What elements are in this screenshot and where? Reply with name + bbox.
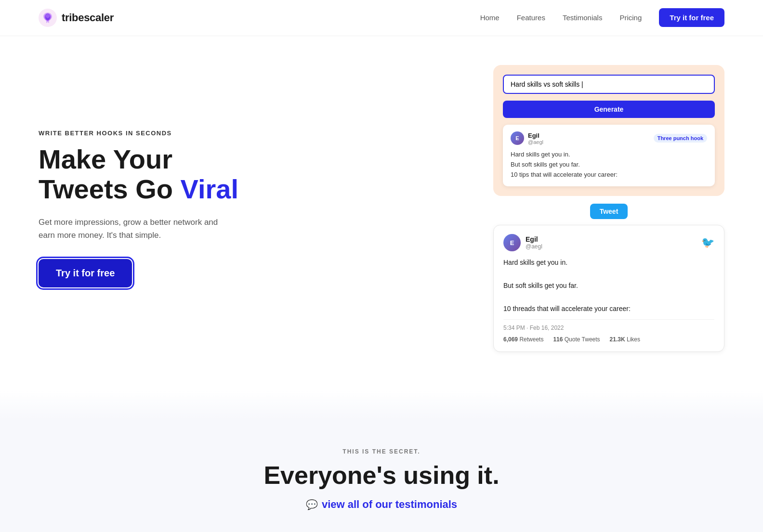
demo-card: E Egil @aegl Three punch hook Hard skill… (503, 125, 715, 186)
demo-line-2: But soft skills get you far. (511, 160, 707, 170)
hero-section: WRITE BETTER HOOKS IN SECONDS Make YourT… (0, 36, 763, 390)
tweet-body: Hard skills get you in. But soft skills … (503, 257, 714, 314)
hero-title-highlight: Viral (181, 174, 238, 204)
demo-avatar: E (511, 131, 524, 145)
nav-pricing[interactable]: Pricing (619, 13, 642, 22)
logo-text: tribescaler (62, 12, 114, 24)
secret-section: THIS IS THE SECRET. Everyone's using it.… (0, 419, 763, 532)
nav-testimonials[interactable]: Testimonials (563, 13, 603, 22)
nav-features[interactable]: Features (517, 13, 545, 22)
tweet-quote-tweets: 116 Quote Tweets (553, 336, 600, 343)
tweet-likes: 21.3K Likes (610, 336, 640, 343)
demo-widget: Generate E Egil @aegl Three punch hook H… (493, 65, 724, 196)
logo[interactable]: tribescaler (39, 9, 114, 27)
tweet-user-info: Egil @aegl (526, 235, 542, 250)
demo-generate-button[interactable]: Generate (503, 101, 715, 118)
hero-title: Make YourTweets Go Viral (39, 144, 238, 204)
navbar: tribescaler Home Features Testimonials P… (0, 0, 763, 36)
demo-card-header: E Egil @aegl Three punch hook (511, 131, 707, 145)
secret-eyebrow: THIS IS THE SECRET. (39, 448, 724, 455)
logo-icon (39, 9, 57, 27)
demo-avatar-row: E Egil @aegl (511, 131, 543, 145)
tweet-stats: 6,069 Retweets 116 Quote Tweets 21.3K Li… (503, 336, 714, 343)
hero-title-text: Make YourTweets Go (39, 144, 181, 204)
hero-subtitle: Get more impressions, grow a better netw… (39, 216, 231, 242)
nav-home[interactable]: Home (480, 13, 500, 22)
demo-handle: @aegl (528, 139, 543, 145)
hero-left: WRITE BETTER HOOKS IN SECONDS Make YourT… (39, 130, 238, 287)
tweet-line-1: Hard skills get you in. (503, 257, 714, 269)
demo-card-text: Hard skills get you in. But soft skills … (511, 150, 707, 180)
secret-title: Everyone's using it. (39, 462, 724, 489)
hero-cta-button[interactable]: Try it for free (39, 259, 132, 287)
demo-tag: Three punch hook (654, 134, 707, 143)
demo-line-3: 10 tips that will accelerate your career… (511, 170, 707, 180)
demo-input-row (503, 75, 715, 94)
tweet-handle: @aegl (526, 243, 542, 250)
tweet-retweets: 6,069 Retweets (503, 336, 543, 343)
section-divider (0, 390, 763, 419)
tweet-button[interactable]: Tweet (590, 204, 628, 219)
hero-eyebrow: WRITE BETTER HOOKS IN SECONDS (39, 130, 238, 137)
hero-right: Generate E Egil @aegl Three punch hook H… (493, 65, 724, 352)
nav-cta-button[interactable]: Try it for free (659, 8, 724, 27)
tweet-line-5: 10 threads that will accelerate your car… (503, 303, 714, 315)
chat-icon: 💬 (306, 499, 318, 510)
demo-user-info: Egil @aegl (528, 132, 543, 145)
demo-input[interactable] (503, 75, 715, 94)
twitter-bird-icon: 🐦 (701, 236, 714, 249)
tweet-avatar-row: E Egil @aegl (503, 234, 542, 251)
testimonials-link-text: view all of our testimonials (322, 498, 457, 511)
demo-username: Egil (528, 132, 543, 139)
tweet-timestamp: 5:34 PM · Feb 16, 2022 (503, 319, 714, 331)
tweet-preview: E Egil @aegl 🐦 Hard skills get you in. B… (493, 225, 724, 352)
nav-links: Home Features Testimonials Pricing Try i… (480, 13, 724, 22)
tweet-line-3: But soft skills get you far. (503, 280, 714, 292)
testimonials-link[interactable]: 💬 view all of our testimonials (306, 498, 457, 511)
tweet-header: E Egil @aegl 🐦 (503, 234, 714, 251)
demo-line-1: Hard skills get you in. (511, 150, 707, 160)
tweet-avatar: E (503, 234, 521, 251)
tweet-name: Egil (526, 235, 542, 243)
